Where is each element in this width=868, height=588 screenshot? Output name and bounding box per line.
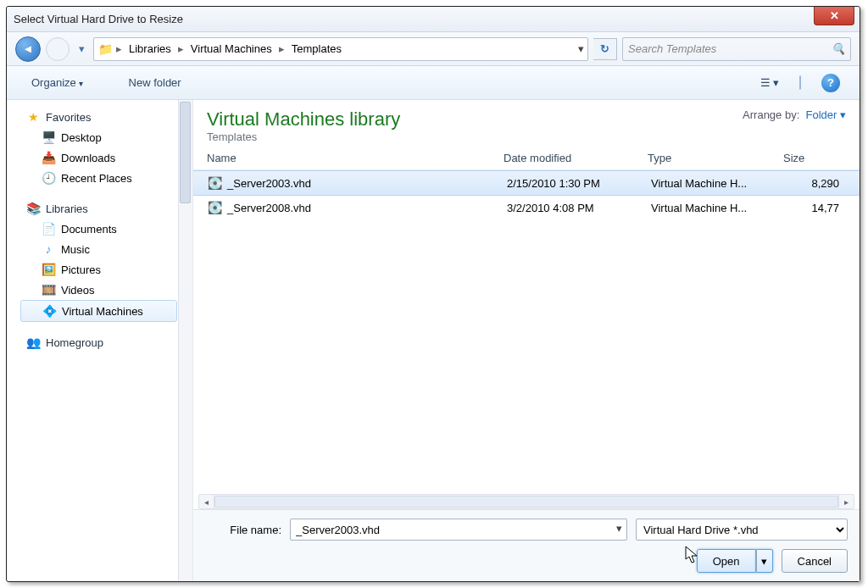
toolbar: Organize New folder ☰ ▾ ?	[7, 66, 860, 100]
recent-locations-button[interactable]: ▾	[75, 41, 88, 58]
file-name: _Server2003.vhd	[227, 177, 507, 190]
sidebar-item-recent[interactable]: 🕘Recent Places	[7, 168, 192, 188]
desktop-icon: 🖥️	[41, 130, 56, 145]
breadcrumb-seg[interactable]: Libraries	[125, 42, 175, 55]
sidebar-item-downloads[interactable]: 📥Downloads	[7, 147, 192, 168]
nav-row: ◄ ▾ 📁 ▸ Libraries ▸ Virtual Machines ▸ T…	[7, 32, 860, 66]
chevron-right-icon: ▸	[178, 42, 184, 55]
cancel-button[interactable]: Cancel	[782, 549, 848, 573]
open-button[interactable]: Open	[697, 549, 756, 573]
close-button[interactable]: ✕	[814, 7, 854, 25]
music-icon: ♪	[41, 241, 56, 257]
col-date[interactable]: Date modified	[504, 152, 648, 164]
dialog-footer: File name: ▾ Virtual Hard Drive *.vhd Op…	[193, 509, 860, 581]
recent-icon: 🕘	[41, 170, 56, 186]
library-subtitle: Templates	[207, 130, 400, 143]
col-name[interactable]: Name	[207, 152, 504, 164]
sidebar-item-desktop[interactable]: 🖥️Desktop	[7, 127, 192, 147]
vhd-icon: 💽	[207, 175, 222, 191]
nav-forward-button[interactable]	[46, 37, 70, 61]
sidebar-item-documents[interactable]: 📄Documents	[7, 219, 192, 239]
address-dropdown-icon[interactable]: ▾	[578, 42, 584, 55]
navigation-pane: ★Favorites 🖥️Desktop 📥Downloads 🕘Recent …	[7, 100, 193, 581]
downloads-icon: 📥	[41, 150, 56, 165]
search-placeholder: Search Templates	[628, 42, 716, 55]
documents-icon: 📄	[41, 221, 56, 236]
filename-label: File name:	[205, 524, 281, 536]
file-date: 2/15/2010 1:30 PM	[507, 177, 651, 190]
arrange-by[interactable]: Arrange by: Folder ▾	[743, 108, 846, 121]
sidebar-item-pictures[interactable]: 🖼️Pictures	[7, 259, 192, 280]
arrange-value[interactable]: Folder ▾	[806, 108, 846, 121]
open-dropdown-button[interactable]: ▾	[756, 549, 773, 573]
scroll-right-icon[interactable]: ▸	[838, 495, 854, 508]
newfolder-button[interactable]: New folder	[121, 72, 189, 93]
filename-input[interactable]	[290, 519, 627, 541]
homegroup-icon: 👥	[25, 335, 41, 350]
filetype-filter[interactable]: Virtual Hard Drive *.vhd	[636, 519, 848, 541]
refresh-button[interactable]: ↻	[593, 38, 617, 60]
search-icon: 🔍	[832, 42, 845, 55]
help-button[interactable]: ?	[821, 74, 840, 92]
file-type: Virtual Machine H...	[651, 177, 787, 190]
column-headers[interactable]: Name Date modified Type Size	[193, 147, 860, 170]
preview-pane-button[interactable]	[799, 75, 801, 90]
nav-back-button[interactable]: ◄	[15, 36, 41, 62]
file-size: 14,77	[787, 202, 846, 214]
vm-icon: 💠	[42, 303, 57, 319]
file-date: 3/2/2010 4:08 PM	[507, 202, 651, 214]
view-button[interactable]: ☰ ▾	[753, 72, 787, 93]
file-row[interactable]: 💽 _Server2008.vhd 3/2/2010 4:08 PM Virtu…	[193, 196, 860, 219]
title-bar[interactable]: Select Virtual Hard Drive to Resize ✕	[7, 7, 860, 32]
file-size: 8,290	[787, 177, 846, 190]
sidebar-scrollbar[interactable]	[178, 100, 192, 581]
address-bar[interactable]: 📁 ▸ Libraries ▸ Virtual Machines ▸ Templ…	[93, 37, 588, 61]
arrow-left-icon: ◄	[23, 42, 34, 55]
file-type: Virtual Machine H...	[651, 202, 787, 214]
file-name: _Server2008.vhd	[227, 202, 507, 214]
homegroup-group[interactable]: 👥Homegroup	[7, 332, 192, 352]
breadcrumb-seg[interactable]: Templates	[288, 42, 345, 55]
libraries-group[interactable]: 📚Libraries	[7, 198, 192, 219]
sidebar-item-music[interactable]: ♪Music	[7, 239, 192, 259]
vhd-icon: 💽	[207, 200, 222, 215]
library-title: Virtual Machines library	[207, 108, 400, 130]
libraries-icon: 📚	[25, 201, 41, 216]
horizontal-scrollbar[interactable]: ◂ ▸	[198, 494, 854, 509]
refresh-icon: ↻	[600, 42, 609, 55]
videos-icon: 🎞️	[41, 282, 56, 297]
scrollbar-thumb[interactable]	[180, 102, 191, 203]
sidebar-item-videos[interactable]: 🎞️Videos	[7, 280, 192, 300]
file-open-dialog: Select Virtual Hard Drive to Resize ✕ ◄ …	[6, 6, 860, 582]
col-size[interactable]: Size	[783, 152, 846, 164]
file-row[interactable]: 💽 _Server2003.vhd 2/15/2010 1:30 PM Virt…	[193, 170, 860, 196]
breadcrumb-seg[interactable]: Virtual Machines	[187, 42, 275, 55]
folder-icon: 📁	[97, 42, 113, 57]
search-box[interactable]: Search Templates 🔍	[622, 37, 851, 61]
sidebar-item-virtual-machines[interactable]: 💠Virtual Machines	[20, 300, 177, 322]
col-type[interactable]: Type	[648, 152, 783, 164]
filename-dropdown-icon[interactable]: ▾	[616, 522, 622, 535]
pictures-icon: 🖼️	[41, 262, 56, 277]
star-icon: ★	[25, 109, 41, 125]
file-list-pane: Virtual Machines library Templates Arran…	[193, 100, 860, 581]
close-icon: ✕	[830, 9, 839, 22]
window-title: Select Virtual Hard Drive to Resize	[14, 13, 183, 25]
scroll-left-icon[interactable]: ◂	[199, 495, 214, 508]
organize-button[interactable]: Organize	[24, 72, 91, 93]
favorites-group[interactable]: ★Favorites	[7, 107, 192, 127]
chevron-right-icon: ▸	[116, 42, 122, 55]
chevron-right-icon: ▸	[279, 42, 285, 55]
scrollbar-thumb[interactable]	[214, 496, 838, 508]
view-icon: ☰	[760, 76, 771, 89]
